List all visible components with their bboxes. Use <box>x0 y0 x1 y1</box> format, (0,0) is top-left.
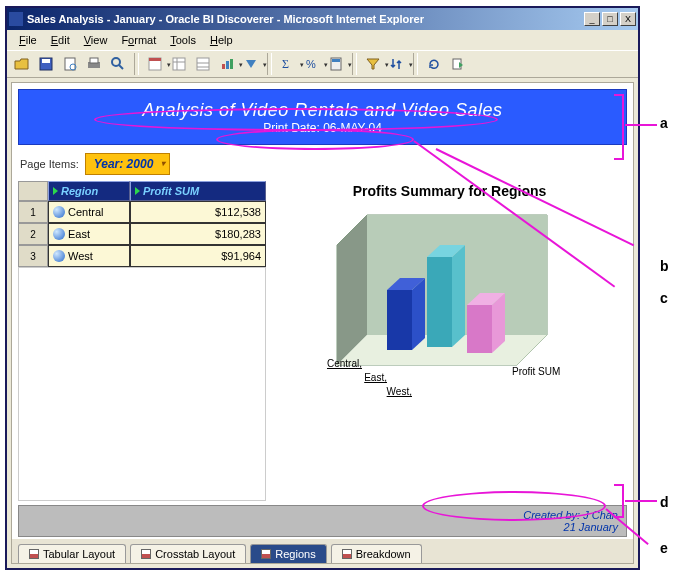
tab-regions[interactable]: Regions <box>250 544 326 563</box>
menu-file[interactable]: File <box>13 32 43 48</box>
globe-icon <box>53 206 65 218</box>
table-row: 2 East $180,283 <box>18 223 266 245</box>
menu-edit[interactable]: Edit <box>45 32 76 48</box>
annotation-circle-a <box>94 108 498 131</box>
svg-marker-31 <box>427 257 452 347</box>
svg-marker-28 <box>387 290 412 350</box>
svg-text:Σ: Σ <box>282 57 289 71</box>
footer-date: 21 January <box>564 521 618 533</box>
tab-tabular[interactable]: Tabular Layout <box>18 544 126 563</box>
cell-region[interactable]: West <box>48 245 130 267</box>
annotation-bracket-a <box>614 94 624 160</box>
percent-icon[interactable]: % <box>301 53 323 75</box>
svg-rect-9 <box>149 58 161 61</box>
svg-rect-5 <box>90 58 98 63</box>
table-blank <box>18 267 266 501</box>
worksheet-icon <box>342 549 352 559</box>
refresh-icon[interactable] <box>423 53 445 75</box>
svg-rect-16 <box>222 64 225 69</box>
globe-icon <box>53 228 65 240</box>
sum-icon[interactable]: Σ <box>277 53 299 75</box>
svg-text:Central,: Central, <box>327 358 362 369</box>
svg-text:West,: West, <box>387 386 412 397</box>
svg-text:Profit SUM: Profit SUM <box>512 366 560 377</box>
cell-profit: $91,964 <box>130 245 266 267</box>
layout-icon[interactable] <box>144 53 166 75</box>
app-window: Sales Analysis - January - Oracle BI Dis… <box>5 6 640 570</box>
minimize-button[interactable]: _ <box>584 12 600 26</box>
worksheet-icon <box>141 549 151 559</box>
menu-view[interactable]: View <box>78 32 114 48</box>
annotation-label-d: d <box>660 494 669 510</box>
annotation-label-e: e <box>660 540 668 556</box>
column-header-region[interactable]: Region <box>48 181 130 201</box>
globe-icon <box>53 250 65 262</box>
svg-rect-17 <box>226 61 229 69</box>
svg-point-6 <box>112 58 120 66</box>
worksheet-icon <box>29 549 39 559</box>
table-corner <box>18 181 48 201</box>
data-table: Region Profit SUM 1 Central $112,538 2 E… <box>18 181 266 501</box>
table-icon[interactable] <box>192 53 214 75</box>
annotation-label-c: c <box>660 290 668 306</box>
menu-format[interactable]: Format <box>115 32 162 48</box>
app-icon <box>9 12 23 26</box>
page-items-label: Page Items: <box>20 158 79 170</box>
cell-profit: $180,283 <box>130 223 266 245</box>
export-icon[interactable] <box>447 53 469 75</box>
menu-help[interactable]: Help <box>204 32 239 48</box>
maximize-button[interactable]: □ <box>602 12 618 26</box>
year-dropdown[interactable]: Year: 2000 <box>85 153 171 175</box>
titlebar: Sales Analysis - January - Oracle BI Dis… <box>7 8 638 30</box>
annotation-leader <box>625 500 657 502</box>
menu-tools[interactable]: Tools <box>164 32 202 48</box>
svg-rect-22 <box>332 59 340 62</box>
svg-marker-29 <box>412 278 425 350</box>
find-icon[interactable] <box>107 53 129 75</box>
print-preview-icon[interactable] <box>59 53 81 75</box>
svg-text:%: % <box>306 58 316 70</box>
sort-icon[interactable] <box>386 53 408 75</box>
filter-icon[interactable] <box>362 53 384 75</box>
svg-rect-18 <box>230 59 233 69</box>
svg-rect-1 <box>42 59 50 63</box>
annotation-circle-footer <box>422 491 606 521</box>
svg-marker-34 <box>467 305 492 353</box>
print-icon[interactable] <box>83 53 105 75</box>
toolbar: Σ % <box>7 50 638 78</box>
annotation-circle-c <box>216 129 414 150</box>
row-number: 1 <box>18 201 48 223</box>
menubar: File Edit View Format Tools Help <box>7 30 638 50</box>
drill-icon[interactable] <box>240 53 262 75</box>
svg-marker-32 <box>452 245 465 347</box>
worksheet-icon <box>261 549 271 559</box>
cell-profit: $112,538 <box>130 201 266 223</box>
window-title: Sales Analysis - January - Oracle BI Dis… <box>27 13 582 25</box>
worksheet-tabs: Tabular Layout Crosstab Layout Regions B… <box>12 539 633 563</box>
cell-region[interactable]: Central <box>48 201 130 223</box>
crosstab-icon[interactable] <box>168 53 190 75</box>
tab-crosstab[interactable]: Crosstab Layout <box>130 544 246 563</box>
cell-region[interactable]: East <box>48 223 130 245</box>
save-icon[interactable] <box>35 53 57 75</box>
chart-icon[interactable] <box>216 53 238 75</box>
tab-breakdown[interactable]: Breakdown <box>331 544 422 563</box>
svg-rect-13 <box>197 58 209 70</box>
svg-line-7 <box>119 65 123 69</box>
chart-panel: Profits Summary for Regions <box>272 181 627 501</box>
table-row: 1 Central $112,538 <box>18 201 266 223</box>
row-number: 2 <box>18 223 48 245</box>
annotation-label-b: b <box>660 258 669 274</box>
annotation-leader <box>625 124 657 126</box>
calc-icon[interactable] <box>325 53 347 75</box>
annotation-bracket-d <box>614 484 624 518</box>
table-row: 3 West $91,964 <box>18 245 266 267</box>
close-button[interactable]: X <box>620 12 636 26</box>
chart-title: Profits Summary for Regions <box>353 183 547 199</box>
row-number: 3 <box>18 245 48 267</box>
annotation-label-a: a <box>660 115 668 131</box>
column-header-profit[interactable]: Profit SUM <box>130 181 266 201</box>
open-icon[interactable] <box>11 53 33 75</box>
svg-text:East,: East, <box>364 372 387 383</box>
page-items-row: Page Items: Year: 2000 <box>12 151 633 177</box>
